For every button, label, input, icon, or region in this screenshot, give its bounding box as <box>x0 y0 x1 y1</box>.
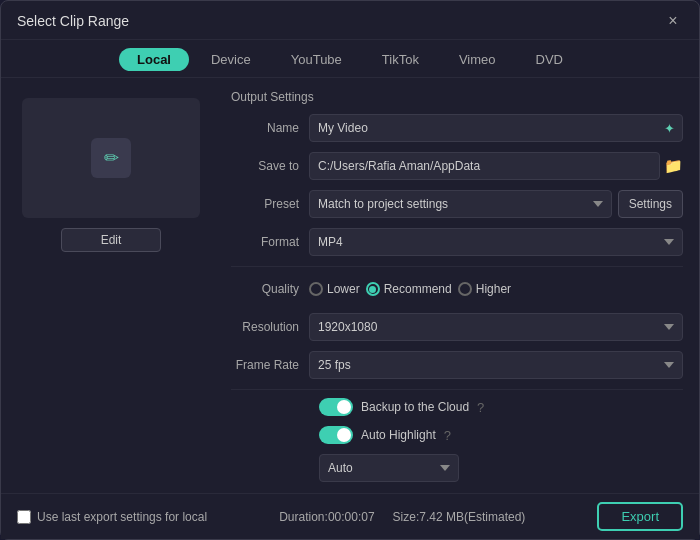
tab-vimeo[interactable]: Vimeo <box>441 48 514 71</box>
bottom-info: Duration:00:00:07 Size:7.42 MB(Estimated… <box>279 510 525 524</box>
tab-local[interactable]: Local <box>119 48 189 71</box>
quality-recommend-radio[interactable] <box>366 282 380 296</box>
size-info: Size:7.42 MB(Estimated) <box>393 510 526 524</box>
resolution-select[interactable]: 1920x1080 1280x720 3840x2160 <box>309 313 683 341</box>
preset-input-group: Match to project settings Custom Setting… <box>309 190 683 218</box>
use-last-settings-label[interactable]: Use last export settings for local <box>17 510 207 524</box>
format-row: Format MP4 MOV AVI MKV <box>231 228 683 256</box>
divider-1 <box>231 266 683 267</box>
bottom-bar: Use last export settings for local Durat… <box>1 493 699 539</box>
preset-select[interactable]: Match to project settings Custom <box>309 190 612 218</box>
quality-lower-label: Lower <box>327 282 360 296</box>
title-bar: Select Clip Range × <box>1 1 699 40</box>
quality-lower-option[interactable]: Lower <box>309 282 360 296</box>
frame-rate-label: Frame Rate <box>231 358 309 372</box>
save-to-input[interactable] <box>309 152 660 180</box>
tab-bar: Local Device YouTube TikTok Vimeo DVD <box>1 40 699 78</box>
edit-button[interactable]: Edit <box>61 228 161 252</box>
name-input-wrapper: ✦ <box>309 114 683 142</box>
divider-2 <box>231 389 683 390</box>
frame-rate-row: Frame Rate 25 fps 30 fps 60 fps <box>231 351 683 379</box>
settings-button[interactable]: Settings <box>618 190 683 218</box>
quality-higher-radio[interactable] <box>458 282 472 296</box>
backup-cloud-knob <box>337 400 351 414</box>
format-select[interactable]: MP4 MOV AVI MKV <box>309 228 683 256</box>
preset-row: Preset Match to project settings Custom … <box>231 190 683 218</box>
quality-label: Quality <box>231 282 309 296</box>
auto-select[interactable]: Auto Manual <box>319 454 459 482</box>
duration-info: Duration:00:00:07 <box>279 510 374 524</box>
backup-cloud-label: Backup to the Cloud <box>361 400 469 414</box>
format-label: Format <box>231 235 309 249</box>
quality-higher-label: Higher <box>476 282 511 296</box>
save-to-row: Save to 📁 <box>231 152 683 180</box>
quality-higher-option[interactable]: Higher <box>458 282 511 296</box>
use-last-settings-checkbox[interactable] <box>17 510 31 524</box>
folder-icon[interactable]: 📁 <box>664 157 683 175</box>
dialog-title: Select Clip Range <box>17 13 129 29</box>
name-input[interactable] <box>309 114 683 142</box>
preset-label: Preset <box>231 197 309 211</box>
tab-tiktok[interactable]: TikTok <box>364 48 437 71</box>
content-area: ✏ Edit Output Settings Name ✦ Save to <box>1 78 699 493</box>
auto-highlight-label: Auto Highlight <box>361 428 436 442</box>
close-button[interactable]: × <box>663 11 683 31</box>
tab-dvd[interactable]: DVD <box>518 48 581 71</box>
save-to-input-group: 📁 <box>309 152 683 180</box>
dialog: Select Clip Range × Local Device YouTube… <box>0 0 700 540</box>
backup-cloud-help-icon[interactable]: ? <box>477 400 484 415</box>
quality-options: Lower Recommend Higher <box>309 282 683 296</box>
tab-device[interactable]: Device <box>193 48 269 71</box>
tab-youtube[interactable]: YouTube <box>273 48 360 71</box>
right-panel: Output Settings Name ✦ Save to 📁 Prese <box>221 78 699 493</box>
quality-lower-radio[interactable] <box>309 282 323 296</box>
backup-cloud-row: Backup to the Cloud ? <box>231 398 683 416</box>
ai-icon: ✦ <box>664 121 675 136</box>
name-row: Name ✦ <box>231 114 683 142</box>
use-last-settings-text: Use last export settings for local <box>37 510 207 524</box>
pencil-symbol: ✏ <box>104 147 119 169</box>
quality-row: Quality Lower Recommend Higher <box>231 275 683 303</box>
resolution-row: Resolution 1920x1080 1280x720 3840x2160 <box>231 313 683 341</box>
auto-highlight-toggle[interactable] <box>319 426 353 444</box>
backup-cloud-toggle[interactable] <box>319 398 353 416</box>
export-button[interactable]: Export <box>597 502 683 531</box>
auto-highlight-help-icon[interactable]: ? <box>444 428 451 443</box>
save-to-label: Save to <box>231 159 309 173</box>
resolution-label: Resolution <box>231 320 309 334</box>
auto-highlight-row: Auto Highlight ? <box>231 426 683 444</box>
preview-box: ✏ <box>22 98 200 218</box>
auto-highlight-knob <box>337 428 351 442</box>
name-label: Name <box>231 121 309 135</box>
quality-recommend-label: Recommend <box>384 282 452 296</box>
left-panel: ✏ Edit <box>1 78 221 493</box>
preview-pencil-icon: ✏ <box>91 138 131 178</box>
quality-recommend-option[interactable]: Recommend <box>366 282 452 296</box>
output-settings-title: Output Settings <box>231 90 683 104</box>
frame-rate-select[interactable]: 25 fps 30 fps 60 fps <box>309 351 683 379</box>
auto-select-row: Auto Manual <box>231 454 683 482</box>
